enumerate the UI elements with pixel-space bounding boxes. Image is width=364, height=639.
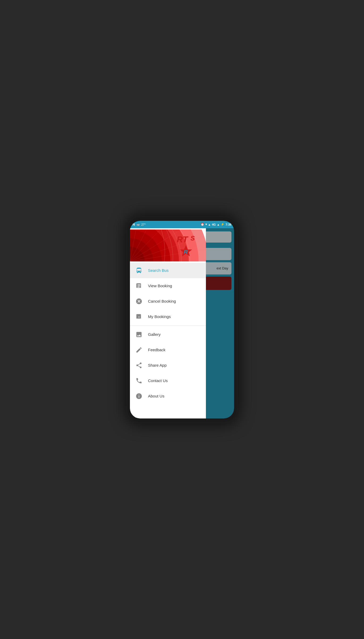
svg-text:S: S — [191, 235, 195, 242]
signal-icon-2: ▲ — [217, 223, 220, 226]
share-app-label: Share App — [148, 363, 167, 367]
status-right-icons: ⏰ ▾ ▲ 4G ▲ ⚡ 7:38 — [201, 223, 232, 226]
wifi-icon: ▾ — [205, 223, 207, 226]
notification-icon: N — [133, 223, 135, 226]
svg-text:R: R — [184, 249, 188, 255]
signal-icon: ▲ — [208, 223, 211, 226]
app-logo: RT S R — [171, 230, 201, 261]
cancel-circle-icon — [135, 297, 143, 306]
menu-item-my-bookings[interactable]: My Bookings — [130, 309, 206, 324]
image-icon — [135, 330, 143, 339]
battery-icon: ⚡ — [221, 223, 225, 226]
menu-divider — [130, 325, 206, 326]
share-icon — [135, 361, 143, 370]
bus-icon — [135, 266, 143, 275]
svg-text:RT: RT — [177, 235, 189, 244]
status-bar: N 🚌 27° ⏰ ▾ ▲ 4G ▲ ⚡ 7:38 — [130, 221, 234, 228]
menu-item-search-bus[interactable]: Search Bus — [130, 263, 206, 278]
menu-item-view-booking[interactable]: View Booking — [130, 278, 206, 294]
menu-item-about-us[interactable]: About Us — [130, 388, 206, 404]
receipt-icon — [135, 282, 143, 290]
screen: N 🚌 27° ⏰ ▾ ▲ 4G ▲ ⚡ 7:38 — [130, 221, 234, 418]
menu-item-gallery[interactable]: Gallery — [130, 327, 206, 342]
star-badge-icon — [135, 312, 143, 321]
phone-screen: N 🚌 27° ⏰ ▾ ▲ 4G ▲ ⚡ 7:38 — [130, 221, 234, 418]
gallery-label: Gallery — [148, 332, 161, 337]
menu-item-share-app[interactable]: Share App — [130, 358, 206, 373]
cancel-booking-label: Cancel Booking — [148, 299, 176, 303]
bus-status-icon: 🚌 — [136, 223, 140, 226]
menu-item-contact-us[interactable]: Contact Us — [130, 373, 206, 388]
my-bookings-label: My Bookings — [148, 314, 171, 319]
screen-content: ext Day — [130, 228, 234, 418]
info-icon — [135, 392, 143, 400]
phone-device: N 🚌 27° ⏰ ▾ ▲ 4G ▲ ⚡ 7:38 — [126, 216, 238, 423]
phone-icon — [135, 376, 143, 385]
temperature-display: 27° — [141, 223, 146, 226]
navigation-drawer: RT S R — [130, 228, 206, 418]
menu-section: Search Bus View Booking — [130, 263, 206, 418]
status-left-icons: N 🚌 27° — [133, 223, 146, 226]
time-display: 7:38 — [226, 223, 231, 226]
about-us-label: About Us — [148, 394, 164, 398]
view-booking-label: View Booking — [148, 283, 172, 288]
menu-item-cancel-booking[interactable]: Cancel Booking — [130, 294, 206, 309]
search-bus-label: Search Bus — [148, 268, 169, 273]
network-type: 4G — [212, 223, 216, 226]
menu-item-feedback[interactable]: Feedback — [130, 342, 206, 358]
edit-image-icon — [135, 346, 143, 354]
drawer-header: RT S R — [130, 228, 206, 263]
alarm-icon: ⏰ — [201, 223, 204, 226]
contact-us-label: Contact Us — [148, 378, 168, 383]
feedback-label: Feedback — [148, 348, 166, 352]
